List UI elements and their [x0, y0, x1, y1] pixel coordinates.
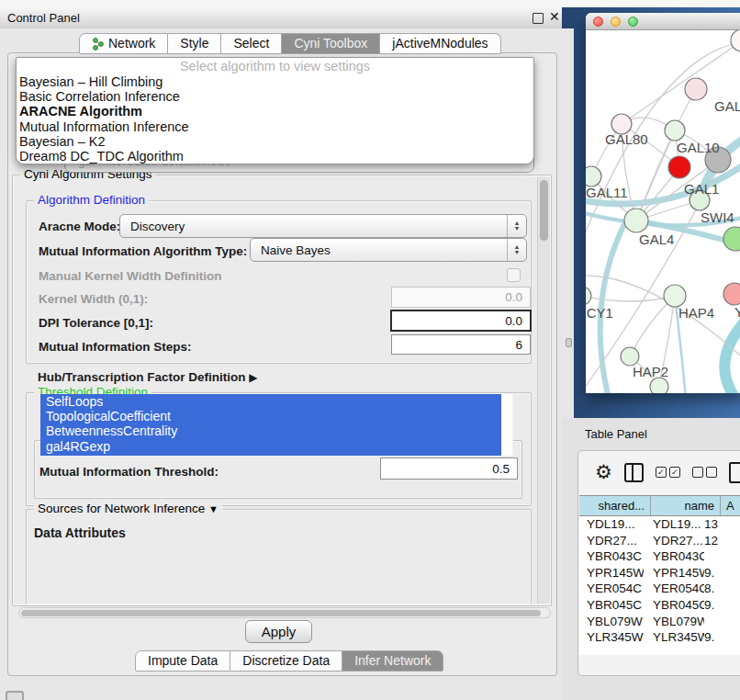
list-item[interactable]: BetweennessCentrality — [40, 423, 501, 438]
tab-jactivemnodules[interactable]: jActiveMNodules — [380, 33, 500, 54]
network-node[interactable] — [624, 209, 648, 232]
table-row[interactable]: YBR045CYBR045C9. — [579, 597, 740, 614]
panel-splitter[interactable] — [562, 28, 574, 418]
node-label: Y — [734, 304, 740, 320]
table-row[interactable]: YBR043CYBR043C — [579, 548, 740, 565]
tab-impute-data[interactable]: Impute Data — [135, 650, 230, 672]
table-row[interactable]: YDR27...YDR27...12 — [579, 533, 740, 549]
mi-threshold-field[interactable]: 0.5 — [380, 457, 518, 480]
mi-type-label: Mutual Information Algorithm Type: — [39, 244, 247, 258]
close-icon[interactable]: ✕ — [549, 9, 560, 24]
columns-icon[interactable] — [624, 463, 644, 482]
network-window[interactable]: GAL GAL80 GAL10 GAL1 GAL11 SWI4 GAL4 GCY… — [586, 13, 740, 393]
tab-impute-data-label: Impute Data — [148, 651, 218, 671]
table-container: ⚙ ✓✓ shared... name A YDL19...YDL19...13 — [577, 450, 740, 676]
app-screen: Control Panel ✕ Network Style Select — [0, 0, 740, 700]
network-node[interactable] — [664, 285, 686, 307]
network-node[interactable] — [723, 227, 740, 251]
zoom-traffic-icon[interactable] — [628, 17, 638, 27]
algorithm-option[interactable]: Dream8 DC_TDC Algorithm — [17, 149, 533, 164]
column-header[interactable]: A — [721, 496, 740, 515]
table-header: shared... name A — [579, 495, 740, 516]
network-node[interactable] — [650, 378, 668, 393]
float-window-icon[interactable] — [533, 13, 544, 24]
algorithm-option[interactable]: Mutual Information Inference — [17, 119, 533, 134]
algorithm-option[interactable]: Bayesian – Hill Climbing — [17, 74, 533, 89]
new-table-icon[interactable] — [729, 462, 740, 483]
network-node[interactable] — [586, 287, 591, 305]
network-window-titlebar[interactable] — [586, 13, 740, 30]
tab-cyni-toolbox-label: Cyni Toolbox — [294, 34, 367, 53]
node-label: GAL1 — [684, 181, 719, 197]
table-row[interactable]: YER054CYER054C8. — [579, 581, 740, 597]
table-row[interactable]: YLR345WYLR345W9. — [579, 629, 740, 645]
hub-definition-label: Hub/Transcription Factor Definition — [38, 370, 246, 384]
network-graph: GAL GAL80 GAL10 GAL1 GAL11 SWI4 GAL4 GCY… — [586, 30, 740, 393]
apply-button[interactable]: Apply — [245, 620, 312, 643]
node-label: HAP2 — [633, 364, 668, 379]
control-panel-title: Control Panel — [7, 11, 80, 25]
network-node[interactable] — [685, 78, 707, 100]
tab-network[interactable]: Network — [79, 33, 168, 54]
tab-select-label: Select — [233, 34, 269, 53]
chevron-right-icon: ▶ — [249, 371, 257, 384]
algorithm-placeholder: Select algorithm to view settings — [17, 58, 533, 74]
algorithm-option-selected[interactable]: ARACNE Algorithm — [17, 104, 533, 119]
node-label: GCY1 — [586, 305, 613, 321]
table-row[interactable]: YPR145WYPR145W9. — [579, 565, 740, 581]
tab-infer-network[interactable]: Infer Network — [342, 650, 443, 672]
mi-steps-label: Mutual Information Steps: — [39, 340, 192, 354]
sources-title[interactable]: Sources for Network Inference ▼ — [34, 502, 222, 515]
select-all-icon[interactable]: ✓✓ — [656, 467, 680, 478]
column-header[interactable]: name — [651, 496, 721, 515]
node-label: GAL — [714, 98, 740, 114]
sources-group: Sources for Network Inference ▼ Data Att… — [26, 509, 532, 604]
list-item[interactable]: SelfLoops — [40, 394, 501, 409]
mi-steps-field[interactable]: 6 — [391, 334, 531, 355]
network-node[interactable] — [621, 347, 639, 366]
control-panel-body: Network Style Select Cyni Toolbox jActiv… — [0, 28, 562, 700]
node-label: GAL80 — [605, 131, 648, 147]
data-attributes-label: Data Attributes — [34, 525, 126, 540]
minimized-panel-icon[interactable] — [6, 691, 24, 700]
settings-vscrollbar[interactable] — [537, 177, 550, 604]
list-item[interactable]: gal4RGexp — [40, 439, 501, 454]
network-node[interactable] — [723, 283, 740, 305]
tab-style[interactable]: Style — [168, 33, 221, 54]
manual-kernel-label: Manual Kernel Width Definition — [39, 269, 221, 283]
table-row[interactable]: YBL079WYBL079W — [579, 614, 740, 630]
minimize-traffic-icon[interactable] — [611, 17, 621, 27]
splitter-grip-icon[interactable] — [566, 338, 572, 347]
deselect-all-icon[interactable] — [692, 467, 717, 478]
control-panel-tabs: Network Style Select Cyni Toolbox jActiv… — [79, 33, 501, 54]
hub-definition-toggle[interactable]: Hub/Transcription Factor Definition ▶ — [38, 370, 258, 384]
table-row[interactable]: YDL19...YDL19...13 — [579, 516, 740, 533]
column-header[interactable]: shared... — [579, 496, 651, 515]
kernel-width-label: Kernel Width (0,1): — [39, 292, 148, 306]
control-panel-titlebar[interactable]: Control Panel ✕ — [0, 7, 562, 29]
data-attributes-list[interactable]: SelfLoops TopologicalCoefficient Between… — [40, 394, 512, 456]
network-canvas[interactable]: GAL GAL80 GAL10 GAL1 GAL11 SWI4 GAL4 GCY… — [586, 30, 740, 393]
mi-type-value: Naive Bayes — [251, 243, 507, 257]
aracne-mode-combo[interactable]: Discovery ▲▼ — [119, 214, 527, 238]
dpi-tolerance-field[interactable]: 0.0 — [390, 310, 532, 332]
kernel-width-field[interactable]: 0.0 — [391, 287, 531, 308]
settings-hscrollbar[interactable] — [18, 607, 551, 618]
algorithm-option[interactable]: Basic Correlation Inference — [17, 89, 533, 104]
kernel-width-value: 0.0 — [505, 290, 522, 304]
algorithm-option[interactable]: Bayesian – K2 — [17, 134, 533, 149]
network-node[interactable] — [586, 166, 601, 186]
tab-select[interactable]: Select — [221, 33, 282, 54]
mi-type-combo[interactable]: Naive Bayes ▲▼ — [250, 238, 527, 262]
tab-discretize-data[interactable]: Discretize Data — [230, 650, 342, 672]
list-item[interactable] — [40, 454, 501, 456]
gear-icon[interactable]: ⚙ — [595, 463, 612, 482]
tab-cyni-toolbox[interactable]: Cyni Toolbox — [282, 33, 380, 54]
network-node-selected[interactable] — [668, 156, 690, 178]
network-node[interactable] — [665, 120, 685, 141]
table-panel: Table Panel ⚙ ✓✓ shared... name A — [562, 418, 740, 700]
mi-threshold-value: 0.5 — [492, 462, 510, 476]
close-traffic-icon[interactable] — [593, 17, 603, 27]
manual-kernel-checkbox[interactable] — [507, 268, 521, 282]
list-item[interactable]: TopologicalCoefficient — [40, 409, 501, 423]
